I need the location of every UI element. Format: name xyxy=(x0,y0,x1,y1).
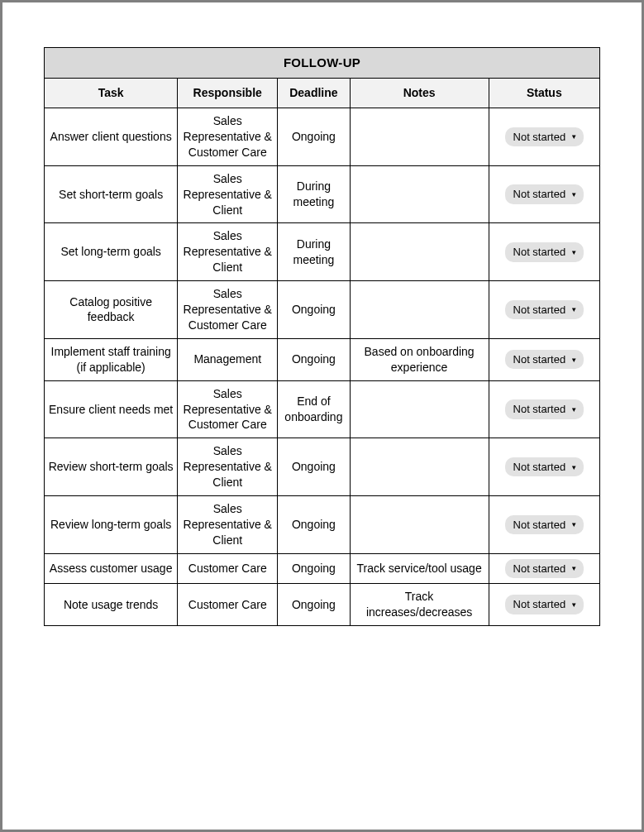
status-cell: Not started▼ xyxy=(489,495,599,553)
status-cell: Not started▼ xyxy=(489,165,599,223)
chevron-down-icon: ▼ xyxy=(570,357,577,364)
status-label: Not started xyxy=(513,402,566,417)
status-cell: Not started▼ xyxy=(489,338,599,380)
responsible-cell: Customer Care xyxy=(178,584,278,626)
chevron-down-icon: ▼ xyxy=(570,250,577,256)
followup-table: FOLLOW-UP Task Responsible Deadline Note… xyxy=(44,47,600,626)
col-header-deadline: Deadline xyxy=(278,79,350,108)
chevron-down-icon: ▼ xyxy=(570,602,577,609)
status-dropdown[interactable]: Not started▼ xyxy=(505,559,584,579)
chevron-down-icon: ▼ xyxy=(570,407,577,414)
col-header-responsible: Responsible xyxy=(178,79,278,108)
status-cell: Not started▼ xyxy=(489,223,599,281)
status-label: Not started xyxy=(513,562,566,576)
status-cell: Not started▼ xyxy=(489,380,599,438)
responsible-cell: Management xyxy=(178,338,278,380)
section-title: FOLLOW-UP xyxy=(45,48,600,79)
deadline-cell: Ongoing xyxy=(278,338,350,380)
responsible-cell: Sales Representative & Customer Care xyxy=(178,281,278,339)
status-dropdown[interactable]: Not started▼ xyxy=(505,184,584,204)
status-dropdown[interactable]: Not started▼ xyxy=(505,515,584,535)
deadline-cell: Ongoing xyxy=(278,495,350,553)
notes-cell xyxy=(350,223,489,281)
status-label: Not started xyxy=(513,518,566,533)
status-dropdown[interactable]: Not started▼ xyxy=(505,350,584,370)
status-label: Not started xyxy=(513,245,566,260)
status-cell: Not started▼ xyxy=(489,438,599,496)
status-dropdown[interactable]: Not started▼ xyxy=(505,127,584,147)
status-dropdown[interactable]: Not started▼ xyxy=(505,399,584,419)
responsible-cell: Sales Representative & Customer Care xyxy=(178,108,278,166)
table-row: Catalog positive feedbackSales Represent… xyxy=(45,281,600,339)
status-cell: Not started▼ xyxy=(489,584,599,626)
deadline-cell: Ongoing xyxy=(278,438,350,496)
status-label: Not started xyxy=(513,303,566,318)
responsible-cell: Sales Representative & Client xyxy=(178,495,278,553)
task-cell: Note usage trends xyxy=(45,584,178,626)
status-label: Not started xyxy=(513,130,566,145)
table-row: Assess customer usageCustomer CareOngoin… xyxy=(45,553,600,584)
deadline-cell: Ongoing xyxy=(278,553,350,584)
notes-cell xyxy=(350,495,489,553)
task-cell: Set short-term goals xyxy=(45,165,178,223)
status-label: Not started xyxy=(513,460,566,475)
task-cell: Set long-term goals xyxy=(45,223,178,281)
responsible-cell: Sales Representative & Customer Care xyxy=(178,380,278,438)
table-row: Ensure client needs metSales Representat… xyxy=(45,380,600,438)
col-header-status: Status xyxy=(489,79,599,108)
task-cell: Answer client questions xyxy=(45,108,178,166)
chevron-down-icon: ▼ xyxy=(570,566,577,572)
notes-cell: Based on onboarding experience xyxy=(350,338,489,380)
chevron-down-icon: ▼ xyxy=(570,192,577,198)
chevron-down-icon: ▼ xyxy=(570,465,577,471)
responsible-cell: Sales Representative & Client xyxy=(178,438,278,496)
status-label: Not started xyxy=(513,187,566,202)
status-dropdown[interactable]: Not started▼ xyxy=(505,300,584,320)
notes-cell: Track service/tool usage xyxy=(350,553,489,584)
status-label: Not started xyxy=(513,597,566,612)
task-cell: Ensure client needs met xyxy=(45,380,178,438)
chevron-down-icon: ▼ xyxy=(570,134,577,141)
table-row: Set long-term goalsSales Representative … xyxy=(45,223,600,281)
deadline-cell: During meeting xyxy=(278,165,350,223)
notes-cell xyxy=(350,108,489,166)
responsible-cell: Sales Representative & Client xyxy=(178,165,278,223)
table-row: Set short-term goalsSales Representative… xyxy=(45,165,600,223)
responsible-cell: Sales Representative & Client xyxy=(178,223,278,281)
notes-cell xyxy=(350,380,489,438)
notes-cell xyxy=(350,165,489,223)
notes-cell xyxy=(350,438,489,496)
table-row: Review short-term goalsSales Representat… xyxy=(45,438,600,496)
status-dropdown[interactable]: Not started▼ xyxy=(505,595,584,614)
task-cell: Review short-term goals xyxy=(45,438,178,496)
status-label: Not started xyxy=(513,352,566,367)
notes-cell xyxy=(350,281,489,339)
status-cell: Not started▼ xyxy=(489,281,599,339)
responsible-cell: Customer Care xyxy=(178,553,278,584)
table-row: Implement staff training (if applicable)… xyxy=(45,338,600,380)
task-cell: Assess customer usage xyxy=(45,553,178,584)
task-cell: Implement staff training (if applicable) xyxy=(45,338,178,380)
col-header-task: Task xyxy=(45,79,178,108)
deadline-cell: Ongoing xyxy=(278,281,350,339)
status-dropdown[interactable]: Not started▼ xyxy=(505,457,584,477)
deadline-cell: Ongoing xyxy=(278,584,350,626)
status-cell: Not started▼ xyxy=(489,553,599,584)
deadline-cell: End of onboarding xyxy=(278,380,350,438)
status-dropdown[interactable]: Not started▼ xyxy=(505,242,584,262)
col-header-notes: Notes xyxy=(350,79,489,108)
chevron-down-icon: ▼ xyxy=(570,307,577,313)
status-cell: Not started▼ xyxy=(489,108,599,166)
table-row: Review long-term goalsSales Representati… xyxy=(45,495,600,553)
deadline-cell: Ongoing xyxy=(278,108,350,166)
task-cell: Review long-term goals xyxy=(45,495,178,553)
table-row: Note usage trendsCustomer CareOngoingTra… xyxy=(45,584,600,626)
task-cell: Catalog positive feedback xyxy=(45,281,178,339)
notes-cell: Track increases/decreases xyxy=(350,584,489,626)
chevron-down-icon: ▼ xyxy=(570,522,577,528)
table-row: Answer client questionsSales Representat… xyxy=(45,108,600,166)
deadline-cell: During meeting xyxy=(278,223,350,281)
